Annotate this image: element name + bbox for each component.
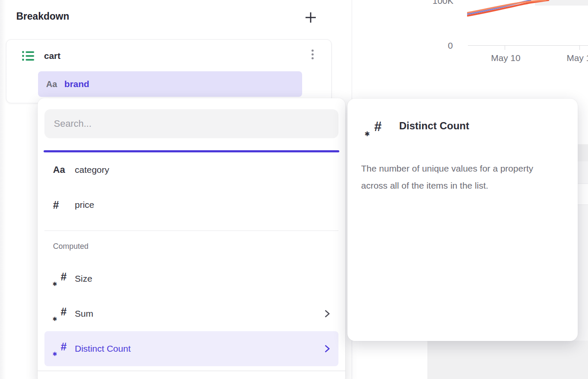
x-axis-tick-label: May 10 bbox=[491, 53, 520, 63]
computed-option-label: Sum bbox=[75, 309, 93, 319]
menu-divider bbox=[38, 370, 345, 371]
breakdown-group-label: cart bbox=[44, 51, 61, 61]
computed-number-icon: ✱ # bbox=[53, 272, 68, 286]
property-list: Aa category # price Computed ✱ # Size bbox=[38, 152, 345, 371]
chevron-right-icon bbox=[325, 345, 330, 353]
search-wrap bbox=[38, 98, 345, 138]
add-breakdown-button[interactable] bbox=[301, 8, 320, 27]
x-axis-tick bbox=[579, 46, 580, 50]
breakdown-card: cart Aa brand bbox=[6, 39, 332, 103]
text-property-icon: Aa bbox=[53, 164, 65, 175]
plus-icon bbox=[304, 11, 317, 24]
property-option-price[interactable]: # price bbox=[44, 187, 338, 222]
number-property-icon: # bbox=[53, 199, 59, 211]
x-axis-line bbox=[468, 45, 588, 46]
breakdown-section-title: Breakdown bbox=[16, 11, 69, 22]
list-property-icon bbox=[22, 50, 35, 62]
kebab-icon bbox=[312, 50, 314, 52]
computed-option-size[interactable]: ✱ # Size bbox=[44, 261, 338, 296]
property-option-label: price bbox=[75, 200, 94, 210]
breakdown-options-button[interactable] bbox=[307, 45, 318, 64]
app-root: 100K 0 May 10 May 1 Breakdown cart bbox=[0, 0, 588, 379]
text-property-icon: Aa bbox=[46, 79, 57, 89]
computed-number-icon: ✱ # bbox=[53, 342, 68, 356]
x-axis-tick-label: May 1 bbox=[567, 53, 588, 63]
computed-option-label: Distinct Count bbox=[75, 344, 131, 354]
y-axis-tick-label: 100K bbox=[432, 0, 453, 6]
computed-option-sum[interactable]: ✱ # Sum bbox=[44, 296, 338, 331]
computed-option-label: Size bbox=[75, 274, 92, 284]
computed-section-label: Computed bbox=[44, 242, 338, 251]
chevron-right-icon bbox=[325, 310, 330, 318]
description-title: Distinct Count bbox=[399, 120, 469, 132]
description-text: The number of unique values for a proper… bbox=[347, 160, 570, 194]
line-chart bbox=[467, 0, 588, 26]
property-description-panel: ✱ # Distinct Count The number of unique … bbox=[347, 99, 578, 341]
selected-breakdown-property[interactable]: Aa brand bbox=[38, 71, 302, 97]
property-option-label: category bbox=[75, 165, 109, 175]
background-table-area bbox=[427, 341, 588, 379]
property-dropdown: Aa category # price Computed ✱ # Size bbox=[38, 98, 345, 379]
y-axis-tick-label: 0 bbox=[448, 41, 453, 51]
computed-number-icon: ✱ # bbox=[53, 307, 68, 321]
left-edge-shadow bbox=[0, 0, 6, 379]
property-option-category[interactable]: Aa category bbox=[44, 152, 338, 187]
x-axis-tick bbox=[505, 46, 505, 50]
breakdown-group-row: cart bbox=[22, 46, 325, 66]
computed-option-distinct-count[interactable]: ✱ # Distinct Count bbox=[44, 331, 338, 366]
search-input[interactable] bbox=[44, 109, 338, 138]
menu-divider bbox=[44, 230, 338, 231]
computed-number-icon: ✱ # bbox=[365, 119, 382, 138]
computed-options: ✱ # Size ✱ # Sum bbox=[44, 261, 338, 366]
description-header: ✱ # Distinct Count bbox=[347, 99, 578, 138]
selected-property-label: brand bbox=[65, 79, 89, 89]
